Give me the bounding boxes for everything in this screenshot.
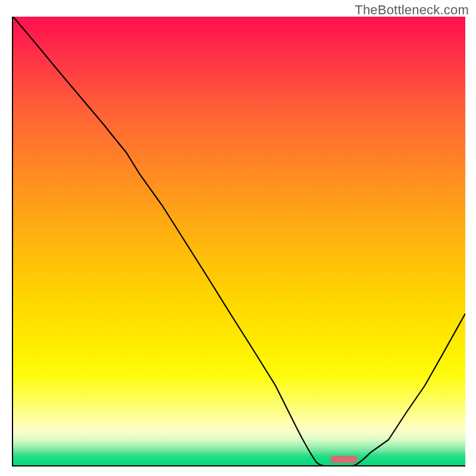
watermark-text: TheBottleneck.com — [355, 2, 469, 18]
chart-container: TheBottleneck.com — [0, 0, 476, 476]
y-axis — [12, 17, 13, 466]
plot-area — [13, 17, 465, 466]
curve-svg — [13, 17, 465, 466]
x-axis — [12, 465, 465, 466]
optimal-marker — [330, 456, 358, 463]
bottleneck-curve-path — [13, 17, 465, 466]
